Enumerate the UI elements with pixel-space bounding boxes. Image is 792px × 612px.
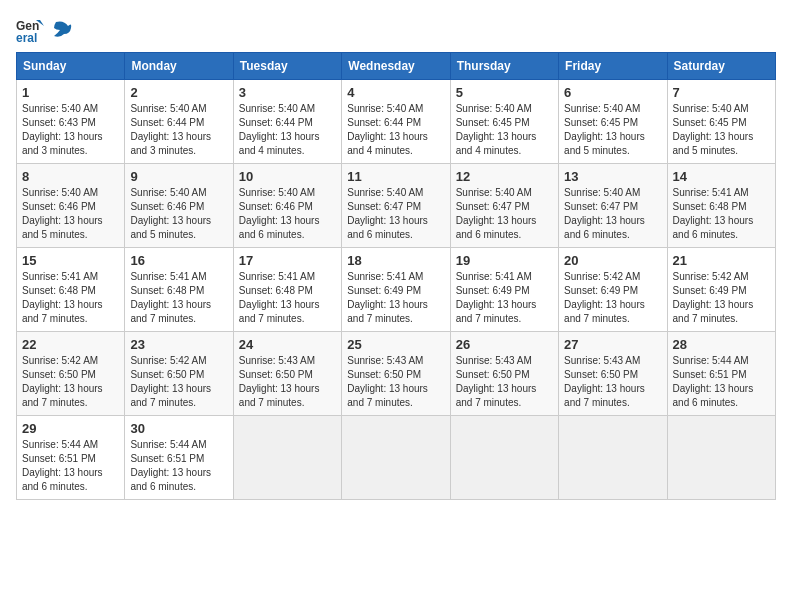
calendar-table: SundayMondayTuesdayWednesdayThursdayFrid… (16, 52, 776, 500)
day-details: Sunrise: 5:40 AMSunset: 6:45 PMDaylight:… (673, 102, 770, 158)
calendar-week-4: 29Sunrise: 5:44 AMSunset: 6:51 PMDayligh… (17, 416, 776, 500)
logo-wordmark (48, 20, 73, 40)
day-number: 19 (456, 253, 553, 268)
day-of-week-monday: Monday (125, 53, 233, 80)
header: Gen eral (16, 16, 776, 44)
day-details: Sunrise: 5:41 AMSunset: 6:49 PMDaylight:… (347, 270, 444, 326)
day-number: 4 (347, 85, 444, 100)
logo: Gen eral (16, 16, 73, 44)
calendar-day-2: 2Sunrise: 5:40 AMSunset: 6:44 PMDaylight… (125, 80, 233, 164)
calendar-day-8: 8Sunrise: 5:40 AMSunset: 6:46 PMDaylight… (17, 164, 125, 248)
day-number: 17 (239, 253, 336, 268)
day-details: Sunrise: 5:43 AMSunset: 6:50 PMDaylight:… (347, 354, 444, 410)
day-details: Sunrise: 5:40 AMSunset: 6:46 PMDaylight:… (130, 186, 227, 242)
calendar-day-9: 9Sunrise: 5:40 AMSunset: 6:46 PMDaylight… (125, 164, 233, 248)
calendar-header-row: SundayMondayTuesdayWednesdayThursdayFrid… (17, 53, 776, 80)
calendar-day-20: 20Sunrise: 5:42 AMSunset: 6:49 PMDayligh… (559, 248, 667, 332)
day-number: 13 (564, 169, 661, 184)
calendar-day-1: 1Sunrise: 5:40 AMSunset: 6:43 PMDaylight… (17, 80, 125, 164)
day-number: 1 (22, 85, 119, 100)
calendar-day-10: 10Sunrise: 5:40 AMSunset: 6:46 PMDayligh… (233, 164, 341, 248)
calendar-week-2: 15Sunrise: 5:41 AMSunset: 6:48 PMDayligh… (17, 248, 776, 332)
calendar-day-30: 30Sunrise: 5:44 AMSunset: 6:51 PMDayligh… (125, 416, 233, 500)
day-number: 14 (673, 169, 770, 184)
calendar-day-28: 28Sunrise: 5:44 AMSunset: 6:51 PMDayligh… (667, 332, 775, 416)
day-details: Sunrise: 5:41 AMSunset: 6:48 PMDaylight:… (130, 270, 227, 326)
calendar-day-24: 24Sunrise: 5:43 AMSunset: 6:50 PMDayligh… (233, 332, 341, 416)
day-details: Sunrise: 5:40 AMSunset: 6:43 PMDaylight:… (22, 102, 119, 158)
calendar-day-22: 22Sunrise: 5:42 AMSunset: 6:50 PMDayligh… (17, 332, 125, 416)
day-details: Sunrise: 5:42 AMSunset: 6:49 PMDaylight:… (564, 270, 661, 326)
day-details: Sunrise: 5:43 AMSunset: 6:50 PMDaylight:… (456, 354, 553, 410)
day-details: Sunrise: 5:44 AMSunset: 6:51 PMDaylight:… (22, 438, 119, 494)
calendar-week-3: 22Sunrise: 5:42 AMSunset: 6:50 PMDayligh… (17, 332, 776, 416)
day-number: 16 (130, 253, 227, 268)
day-details: Sunrise: 5:40 AMSunset: 6:44 PMDaylight:… (239, 102, 336, 158)
day-number: 18 (347, 253, 444, 268)
day-details: Sunrise: 5:40 AMSunset: 6:44 PMDaylight:… (347, 102, 444, 158)
empty-day (342, 416, 450, 500)
day-number: 28 (673, 337, 770, 352)
day-details: Sunrise: 5:40 AMSunset: 6:47 PMDaylight:… (347, 186, 444, 242)
day-number: 6 (564, 85, 661, 100)
day-number: 8 (22, 169, 119, 184)
calendar-week-0: 1Sunrise: 5:40 AMSunset: 6:43 PMDaylight… (17, 80, 776, 164)
day-number: 10 (239, 169, 336, 184)
calendar-week-1: 8Sunrise: 5:40 AMSunset: 6:46 PMDaylight… (17, 164, 776, 248)
calendar-day-15: 15Sunrise: 5:41 AMSunset: 6:48 PMDayligh… (17, 248, 125, 332)
day-number: 11 (347, 169, 444, 184)
calendar-day-18: 18Sunrise: 5:41 AMSunset: 6:49 PMDayligh… (342, 248, 450, 332)
day-details: Sunrise: 5:41 AMSunset: 6:49 PMDaylight:… (456, 270, 553, 326)
day-details: Sunrise: 5:41 AMSunset: 6:48 PMDaylight:… (239, 270, 336, 326)
calendar-container: SundayMondayTuesdayWednesdayThursdayFrid… (16, 52, 776, 500)
day-number: 29 (22, 421, 119, 436)
day-details: Sunrise: 5:40 AMSunset: 6:47 PMDaylight:… (456, 186, 553, 242)
calendar-day-19: 19Sunrise: 5:41 AMSunset: 6:49 PMDayligh… (450, 248, 558, 332)
empty-day (667, 416, 775, 500)
day-details: Sunrise: 5:41 AMSunset: 6:48 PMDaylight:… (22, 270, 119, 326)
day-number: 27 (564, 337, 661, 352)
calendar-day-4: 4Sunrise: 5:40 AMSunset: 6:44 PMDaylight… (342, 80, 450, 164)
calendar-day-27: 27Sunrise: 5:43 AMSunset: 6:50 PMDayligh… (559, 332, 667, 416)
day-details: Sunrise: 5:42 AMSunset: 6:50 PMDaylight:… (22, 354, 119, 410)
logo-icon: Gen eral (16, 16, 44, 44)
day-number: 20 (564, 253, 661, 268)
calendar-day-17: 17Sunrise: 5:41 AMSunset: 6:48 PMDayligh… (233, 248, 341, 332)
day-number: 12 (456, 169, 553, 184)
day-details: Sunrise: 5:40 AMSunset: 6:45 PMDaylight:… (456, 102, 553, 158)
day-number: 9 (130, 169, 227, 184)
day-details: Sunrise: 5:40 AMSunset: 6:46 PMDaylight:… (239, 186, 336, 242)
day-number: 25 (347, 337, 444, 352)
day-of-week-tuesday: Tuesday (233, 53, 341, 80)
calendar-day-7: 7Sunrise: 5:40 AMSunset: 6:45 PMDaylight… (667, 80, 775, 164)
calendar-day-29: 29Sunrise: 5:44 AMSunset: 6:51 PMDayligh… (17, 416, 125, 500)
day-details: Sunrise: 5:44 AMSunset: 6:51 PMDaylight:… (673, 354, 770, 410)
day-number: 30 (130, 421, 227, 436)
calendar-day-6: 6Sunrise: 5:40 AMSunset: 6:45 PMDaylight… (559, 80, 667, 164)
day-number: 5 (456, 85, 553, 100)
day-number: 15 (22, 253, 119, 268)
calendar-day-5: 5Sunrise: 5:40 AMSunset: 6:45 PMDaylight… (450, 80, 558, 164)
empty-day (233, 416, 341, 500)
day-details: Sunrise: 5:43 AMSunset: 6:50 PMDaylight:… (239, 354, 336, 410)
day-details: Sunrise: 5:43 AMSunset: 6:50 PMDaylight:… (564, 354, 661, 410)
calendar-day-14: 14Sunrise: 5:41 AMSunset: 6:48 PMDayligh… (667, 164, 775, 248)
day-number: 21 (673, 253, 770, 268)
day-number: 3 (239, 85, 336, 100)
calendar-day-26: 26Sunrise: 5:43 AMSunset: 6:50 PMDayligh… (450, 332, 558, 416)
day-details: Sunrise: 5:40 AMSunset: 6:45 PMDaylight:… (564, 102, 661, 158)
logo-bird-icon (50, 20, 72, 40)
calendar-day-12: 12Sunrise: 5:40 AMSunset: 6:47 PMDayligh… (450, 164, 558, 248)
day-details: Sunrise: 5:41 AMSunset: 6:48 PMDaylight:… (673, 186, 770, 242)
day-number: 26 (456, 337, 553, 352)
day-details: Sunrise: 5:44 AMSunset: 6:51 PMDaylight:… (130, 438, 227, 494)
calendar-day-11: 11Sunrise: 5:40 AMSunset: 6:47 PMDayligh… (342, 164, 450, 248)
empty-day (450, 416, 558, 500)
day-details: Sunrise: 5:40 AMSunset: 6:47 PMDaylight:… (564, 186, 661, 242)
day-of-week-wednesday: Wednesday (342, 53, 450, 80)
calendar-day-13: 13Sunrise: 5:40 AMSunset: 6:47 PMDayligh… (559, 164, 667, 248)
day-details: Sunrise: 5:40 AMSunset: 6:44 PMDaylight:… (130, 102, 227, 158)
calendar-day-23: 23Sunrise: 5:42 AMSunset: 6:50 PMDayligh… (125, 332, 233, 416)
calendar-day-25: 25Sunrise: 5:43 AMSunset: 6:50 PMDayligh… (342, 332, 450, 416)
day-number: 7 (673, 85, 770, 100)
